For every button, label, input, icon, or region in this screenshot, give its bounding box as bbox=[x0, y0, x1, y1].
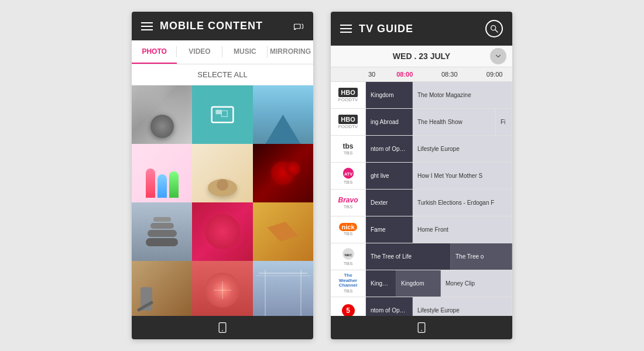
program-dexter[interactable]: Dexter bbox=[366, 190, 413, 216]
tab-video[interactable]: VIDEO bbox=[177, 40, 222, 64]
photo-cell-6[interactable] bbox=[253, 144, 313, 202]
mobile-footer bbox=[132, 316, 313, 339]
program-fame[interactable]: Fame bbox=[366, 216, 413, 243]
program-how-met[interactable]: How I Met Your Mother S bbox=[413, 163, 512, 189]
svg-point-12 bbox=[421, 330, 422, 331]
svg-text:NBC: NBC bbox=[344, 253, 352, 257]
hamburger-menu-icon[interactable] bbox=[141, 22, 153, 30]
program-label: Dexter bbox=[371, 199, 388, 206]
mobile-tabs: PHOTO VIDEO MUSIC MIRRORING bbox=[132, 40, 313, 64]
hbo2-programs: ing Abroad The Health Show Fi bbox=[366, 109, 512, 135]
program-phantom1[interactable]: ntom of Opera bbox=[366, 136, 413, 162]
channel-bravo: Bravo TBS bbox=[331, 190, 366, 216]
tbs1-programs: ntom of Opera Lifestyle Europe bbox=[366, 136, 512, 162]
program-label: The Tree of Life bbox=[371, 253, 412, 260]
atv-sub: TBS bbox=[344, 180, 353, 185]
ch5-logo: 5 bbox=[342, 304, 355, 316]
program-label: Lifestyle Europe bbox=[417, 307, 460, 314]
program-tree-of-life[interactable]: The Tree of Life bbox=[366, 243, 451, 270]
program-kingdom-3[interactable]: Kingdom bbox=[396, 270, 441, 297]
photo-cell-4[interactable] bbox=[132, 144, 192, 202]
weather-sub: TBS bbox=[344, 288, 353, 294]
guide-row-atv: ATV TBS ght live How I Met Your Mother S bbox=[331, 163, 512, 190]
svg-point-4 bbox=[222, 330, 223, 331]
hbo2-sub: FOODTV bbox=[338, 124, 358, 129]
program-phantom2[interactable]: ntom of Opera bbox=[366, 297, 413, 316]
atv-logo-icon: ATV bbox=[342, 167, 355, 180]
program-night-live[interactable]: ght live bbox=[366, 163, 413, 189]
program-lifestyle2[interactable]: Lifestyle Europe bbox=[413, 297, 512, 316]
program-label: Fi bbox=[501, 119, 505, 125]
photo-cell-5[interactable] bbox=[192, 144, 252, 202]
nbc-logo-icon: NBC bbox=[341, 247, 355, 261]
time-0800: 08:00 bbox=[394, 67, 439, 81]
tv-device-icon bbox=[416, 322, 427, 333]
program-abroad[interactable]: ing Abroad bbox=[366, 109, 413, 135]
nick-programs: Fame Home Front bbox=[366, 216, 512, 243]
program-label: The Motor Magazine bbox=[417, 92, 471, 98]
photo-cell-11[interactable] bbox=[192, 261, 252, 316]
tv-hamburger-icon[interactable] bbox=[340, 25, 352, 33]
tab-mirroring[interactable]: MIRRORING bbox=[268, 40, 313, 64]
program-label: ntom of Opera bbox=[371, 307, 407, 314]
program-kingdom-2[interactable]: Kingdom bbox=[366, 270, 396, 297]
time-header: 30 08:00 08:30 09:00 bbox=[331, 67, 512, 82]
chevron-down-icon bbox=[494, 52, 502, 60]
program-tree-of-life-2[interactable]: The Tree o bbox=[451, 243, 512, 270]
search-button[interactable] bbox=[485, 20, 503, 37]
mobile-header-icons bbox=[293, 21, 304, 32]
guide-row-nick: nick TBS Fame Home Front bbox=[331, 216, 512, 243]
cast-icon[interactable] bbox=[293, 21, 304, 32]
hbo2-logo: HBO bbox=[338, 115, 357, 124]
mobile-title: MOBILE CONTENT bbox=[160, 20, 286, 32]
program-kingdom-1[interactable]: Kingdom bbox=[366, 82, 413, 108]
time-30: 30 bbox=[366, 67, 394, 81]
program-lifestyle1[interactable]: Lifestyle Europe bbox=[413, 136, 512, 162]
tab-music[interactable]: MUSIC bbox=[222, 40, 268, 64]
mobile-device-icon bbox=[217, 322, 228, 333]
guide-row-ch5: 5 ntom of Opera Lifestyle Europe bbox=[331, 297, 512, 316]
ch5-programs: ntom of Opera Lifestyle Europe bbox=[366, 297, 512, 316]
program-label: Kingdom bbox=[371, 92, 393, 98]
photo-cell-2[interactable] bbox=[192, 85, 252, 144]
tab-photo[interactable]: PHOTO bbox=[132, 40, 177, 64]
photo-cell-8[interactable] bbox=[192, 202, 252, 261]
photo-cell-7[interactable] bbox=[132, 202, 192, 261]
tv-footer bbox=[331, 316, 512, 339]
program-health-show[interactable]: The Health Show bbox=[413, 109, 496, 135]
program-label: ntom of Opera bbox=[371, 146, 407, 152]
date-label: WED . 23 JULY bbox=[393, 51, 450, 61]
photo-cell-9[interactable] bbox=[253, 202, 313, 261]
program-label: Kingdom bbox=[401, 280, 424, 287]
program-home-front[interactable]: Home Front bbox=[413, 216, 512, 243]
program-label: The Tree o bbox=[455, 253, 484, 260]
program-fish[interactable]: Fi bbox=[496, 109, 512, 135]
channel-atv: ATV TBS bbox=[331, 163, 366, 189]
program-motor-magazine[interactable]: The Motor Magazine bbox=[413, 82, 512, 108]
photo-cell-12[interactable] bbox=[253, 261, 313, 316]
channel-tbs1: tbs TBS bbox=[331, 136, 366, 162]
date-nav-button[interactable] bbox=[490, 48, 506, 64]
channel-ch5: 5 bbox=[331, 297, 366, 316]
nbc-sub: TBS bbox=[344, 261, 353, 266]
guide-row-weather: TheWeatherChannel TBS Kingdom Kingdom Mo… bbox=[331, 270, 512, 297]
program-label: Lifestyle Europe bbox=[417, 146, 460, 152]
svg-text:ATV: ATV bbox=[344, 171, 352, 177]
channel-hbo1: HBO FOODTV bbox=[331, 82, 366, 108]
time-slots: 30 08:00 08:30 09:00 bbox=[366, 67, 512, 81]
channel-nick: nick TBS bbox=[331, 216, 366, 243]
program-turkish[interactable]: Turkish Elections - Erdogan F bbox=[413, 190, 512, 216]
search-icon bbox=[489, 24, 499, 33]
program-money-clip[interactable]: Money Clip bbox=[441, 270, 512, 297]
guide-row-hbo1: HBO FOODTV Kingdom The Motor Magazine bbox=[331, 82, 512, 109]
nick-sub: TBS bbox=[344, 231, 353, 236]
photo-grid bbox=[132, 85, 313, 316]
photo-cell-3[interactable] bbox=[253, 85, 313, 144]
select-all-bar[interactable]: SELECTE ALL bbox=[132, 64, 313, 85]
weather-programs: Kingdom Kingdom Money Clip bbox=[366, 270, 512, 297]
svg-line-6 bbox=[495, 30, 498, 32]
time-header-spacer bbox=[331, 67, 366, 81]
bravo-logo: Bravo bbox=[338, 196, 358, 204]
photo-cell-10[interactable] bbox=[132, 261, 192, 316]
photo-cell-1[interactable] bbox=[132, 85, 192, 144]
